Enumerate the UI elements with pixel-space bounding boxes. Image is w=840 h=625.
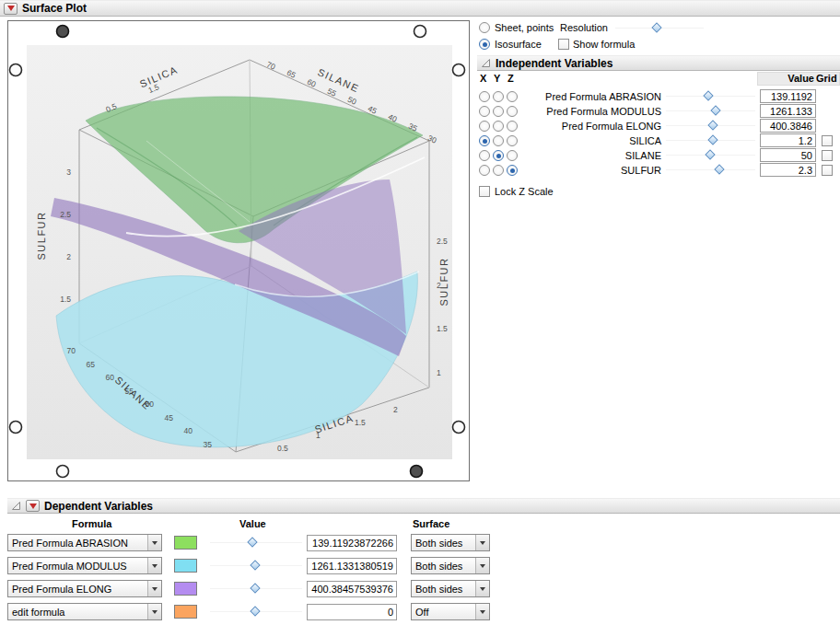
slider-thumb[interactable] bbox=[250, 583, 260, 593]
surface-plot-3d[interactable]: 0.5 1.5 70 65 60 55 50 45 40 35 30 3 2.5… bbox=[8, 21, 469, 480]
dropdown-value: Off bbox=[412, 607, 475, 618]
tick-label: 1.5 bbox=[60, 295, 71, 304]
z-radio-modulus[interactable] bbox=[507, 106, 518, 117]
rotation-handle-right-lower[interactable] bbox=[453, 422, 465, 434]
x-radio-abrasion[interactable] bbox=[479, 91, 490, 102]
surface-dropdown-abrasion[interactable]: Both sides bbox=[411, 534, 490, 551]
formula-dropdown-elong[interactable]: Pred Formula ELONG bbox=[7, 580, 162, 597]
y-radio-silane[interactable] bbox=[493, 150, 504, 161]
formula-dropdown-abrasion[interactable]: Pred Formula ABRASION bbox=[7, 534, 162, 551]
formula-dropdown-modulus[interactable]: Pred Formula MODULUS bbox=[7, 557, 162, 574]
slider-thumb[interactable] bbox=[247, 537, 257, 547]
tick-label: 2 bbox=[393, 405, 398, 414]
silica-value-slider[interactable] bbox=[666, 134, 755, 146]
resolution-slider[interactable] bbox=[615, 22, 704, 34]
modulus-value-slider[interactable] bbox=[666, 105, 755, 117]
sulfur-value-input[interactable] bbox=[760, 163, 816, 177]
slider-thumb[interactable] bbox=[708, 134, 718, 145]
silane-value-input[interactable] bbox=[760, 148, 816, 162]
chevron-down-icon bbox=[475, 581, 489, 596]
dependent-variables-title: Dependent Variables bbox=[44, 500, 153, 513]
slider-thumb[interactable] bbox=[651, 22, 661, 32]
z-radio-sulfur[interactable] bbox=[507, 165, 518, 176]
show-formula-checkbox[interactable] bbox=[558, 39, 569, 50]
surface-dropdown-elong[interactable]: Both sides bbox=[411, 580, 490, 597]
sulfur-value-slider[interactable] bbox=[666, 164, 755, 176]
slider-thumb[interactable] bbox=[250, 560, 260, 570]
silica-grid-checkbox[interactable] bbox=[822, 135, 833, 146]
lock-z-scale-label: Lock Z Scale bbox=[495, 186, 554, 198]
lock-z-scale-checkbox[interactable] bbox=[479, 186, 490, 197]
z-radio-silica[interactable] bbox=[507, 135, 518, 146]
surface-plot-titlebar: Surface Plot bbox=[0, 0, 840, 17]
dependent-value-input-edit[interactable] bbox=[307, 604, 397, 620]
x-radio-silica[interactable] bbox=[479, 135, 490, 146]
slider-thumb[interactable] bbox=[711, 105, 721, 115]
dependent-slider-modulus[interactable] bbox=[210, 560, 302, 572]
dropdown-value: Pred Formula ABRASION bbox=[8, 538, 147, 549]
slider-thumb[interactable] bbox=[703, 90, 713, 100]
sheet-points-radio[interactable] bbox=[479, 22, 490, 33]
sulfur-grid-checkbox[interactable] bbox=[822, 165, 833, 176]
x-radio-silane[interactable] bbox=[479, 150, 490, 161]
abrasion-value-input[interactable] bbox=[760, 89, 816, 103]
surface-dropdown-modulus[interactable]: Both sides bbox=[411, 557, 490, 574]
tick-label: 2.5 bbox=[437, 237, 448, 246]
y-radio-abrasion[interactable] bbox=[493, 91, 504, 102]
dependent-slider-elong[interactable] bbox=[210, 583, 302, 595]
red-triangle-menu-button[interactable] bbox=[4, 3, 18, 15]
slider-thumb[interactable] bbox=[705, 149, 715, 159]
dependent-value-input-abrasion[interactable] bbox=[307, 535, 397, 551]
x-radio-modulus[interactable] bbox=[479, 106, 490, 117]
color-swatch-edit[interactable] bbox=[174, 605, 197, 619]
silane-value-slider[interactable] bbox=[666, 149, 755, 161]
surface-dropdown-edit[interactable]: Off bbox=[411, 603, 490, 620]
silica-value-input[interactable] bbox=[760, 133, 816, 147]
elong-value-input[interactable] bbox=[760, 119, 816, 133]
y-radio-modulus[interactable] bbox=[493, 106, 504, 117]
slider-thumb[interactable] bbox=[250, 606, 260, 616]
independent-row-label: SILICA bbox=[521, 135, 661, 147]
column-header-y: Y bbox=[494, 73, 500, 85]
disclosure-triangle-icon[interactable] bbox=[481, 58, 491, 68]
plot-frame: 0.5 1.5 70 65 60 55 50 45 40 35 30 3 2.5… bbox=[7, 20, 470, 481]
rotation-handle-bottom-right[interactable] bbox=[411, 466, 423, 478]
isosurface-radio[interactable] bbox=[479, 39, 490, 50]
tick-label: 40 bbox=[184, 426, 193, 435]
color-swatch-abrasion[interactable] bbox=[174, 536, 197, 550]
abrasion-value-slider[interactable] bbox=[666, 90, 755, 102]
dropdown-value: Both sides bbox=[412, 538, 475, 549]
rotation-handle-bottom-left[interactable] bbox=[57, 466, 69, 478]
color-swatch-elong[interactable] bbox=[174, 582, 197, 596]
red-triangle-menu-button[interactable] bbox=[26, 500, 40, 512]
rotation-handle-right-upper[interactable] bbox=[453, 64, 465, 76]
dropdown-value: Both sides bbox=[412, 584, 475, 595]
x-radio-sulfur[interactable] bbox=[479, 165, 490, 176]
rotation-handle-top-left[interactable] bbox=[57, 26, 69, 38]
silane-grid-checkbox[interactable] bbox=[822, 150, 833, 161]
tick-label: 2.5 bbox=[60, 210, 71, 219]
x-radio-elong[interactable] bbox=[479, 121, 490, 132]
color-swatch-modulus[interactable] bbox=[174, 559, 197, 573]
dependent-value-input-modulus[interactable] bbox=[307, 558, 397, 574]
tick-label: 1.5 bbox=[355, 418, 366, 427]
dependent-slider-edit[interactable] bbox=[210, 606, 302, 618]
modulus-value-input[interactable] bbox=[760, 104, 816, 118]
z-radio-elong[interactable] bbox=[507, 121, 518, 132]
dependent-slider-abrasion[interactable] bbox=[210, 537, 302, 549]
rotation-handle-top-right[interactable] bbox=[414, 26, 426, 38]
dependent-value-input-elong[interactable] bbox=[307, 581, 397, 597]
rotation-handle-left-lower[interactable] bbox=[10, 422, 22, 434]
rotation-handle-left-upper[interactable] bbox=[10, 64, 22, 76]
y-radio-silica[interactable] bbox=[493, 135, 504, 146]
y-radio-sulfur[interactable] bbox=[493, 165, 504, 176]
elong-value-slider[interactable] bbox=[666, 120, 755, 132]
disclosure-triangle-icon[interactable] bbox=[11, 501, 21, 511]
slider-thumb[interactable] bbox=[708, 120, 718, 130]
z-radio-silane[interactable] bbox=[507, 150, 518, 161]
z-radio-abrasion[interactable] bbox=[507, 91, 518, 102]
y-radio-elong[interactable] bbox=[493, 121, 504, 132]
page-title: Surface Plot bbox=[22, 2, 87, 15]
slider-thumb[interactable] bbox=[714, 164, 724, 174]
formula-dropdown-edit[interactable]: edit formula bbox=[7, 603, 162, 620]
